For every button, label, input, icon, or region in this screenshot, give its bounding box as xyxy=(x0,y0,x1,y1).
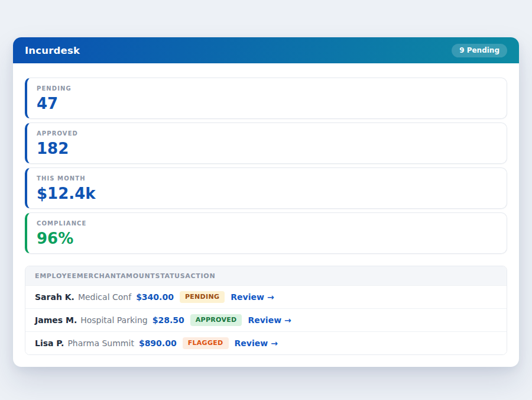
merchant-name: Medical Conf xyxy=(78,292,131,302)
app-header: Incurdesk 9 Pending xyxy=(13,37,519,63)
review-link-label: Review xyxy=(235,338,268,348)
column-header-action: ACTION xyxy=(185,272,215,280)
table-row: Sarah K. Medical Conf $340.00 PENDING Re… xyxy=(25,285,507,308)
status-badge: FLAGGED xyxy=(183,337,229,349)
pending-count-badge: 9 Pending xyxy=(452,44,507,57)
merchant-name: Pharma Summit xyxy=(67,338,134,348)
review-link[interactable]: Review → xyxy=(231,292,274,302)
stat-card-pending: PENDING 47 xyxy=(25,78,507,119)
column-header-status: STATUS xyxy=(155,272,186,280)
review-link[interactable]: Review → xyxy=(248,315,291,325)
column-header-merchant: MERCHANT xyxy=(77,272,121,280)
status-badge: PENDING xyxy=(180,291,225,303)
arrow-right-icon: → xyxy=(284,315,291,325)
stat-card-this-month: THIS MONTH $12.4k xyxy=(25,167,507,209)
table-row: Lisa P. Pharma Summit $890.00 FLAGGED Re… xyxy=(25,331,507,354)
stats-section: PENDING 47 APPROVED 182 THIS MONTH $12.4… xyxy=(25,78,507,254)
employee-name: James M. xyxy=(35,315,77,325)
expense-amount: $890.00 xyxy=(139,338,177,348)
app-title: Incurdesk xyxy=(25,45,80,56)
table-row: James M. Hospital Parking $28.50 APPROVE… xyxy=(25,308,507,331)
stat-value: 96% xyxy=(37,229,497,248)
stat-value: $12.4k xyxy=(37,184,497,203)
stat-label: APPROVED xyxy=(37,130,497,137)
stat-label: THIS MONTH xyxy=(37,175,497,182)
stat-label: COMPLIANCE xyxy=(37,220,497,227)
arrow-right-icon: → xyxy=(267,292,274,302)
stat-card-compliance: COMPLIANCE 96% xyxy=(25,212,507,254)
expense-amount: $28.50 xyxy=(153,315,184,325)
stat-label: PENDING xyxy=(37,85,497,92)
stat-card-approved: APPROVED 182 xyxy=(25,122,507,164)
review-link-label: Review xyxy=(231,292,264,302)
employee-name: Lisa P. xyxy=(35,338,64,348)
merchant-name: Hospital Parking xyxy=(80,315,147,325)
column-header-amount: AMOUNT xyxy=(121,272,155,280)
employee-name: Sarah K. xyxy=(35,292,74,302)
stat-value: 47 xyxy=(37,94,497,113)
incurdesk-app-card: Incurdesk 9 Pending PENDING 47 APPROVED … xyxy=(13,37,519,367)
review-link[interactable]: Review → xyxy=(235,338,278,348)
table-header-row: EMPLOYEEMERCHANTAMOUNTSTATUSACTION xyxy=(25,266,507,285)
expense-table: EMPLOYEEMERCHANTAMOUNTSTATUSACTION Sarah… xyxy=(25,266,507,355)
status-badge: APPROVED xyxy=(190,314,242,326)
review-link-label: Review xyxy=(248,315,281,325)
main-content: PENDING 47 APPROVED 182 THIS MONTH $12.4… xyxy=(13,63,519,367)
arrow-right-icon: → xyxy=(271,338,278,348)
stat-value: 182 xyxy=(37,139,497,158)
column-header-employee: EMPLOYEE xyxy=(35,272,77,280)
expense-amount: $340.00 xyxy=(136,292,174,302)
